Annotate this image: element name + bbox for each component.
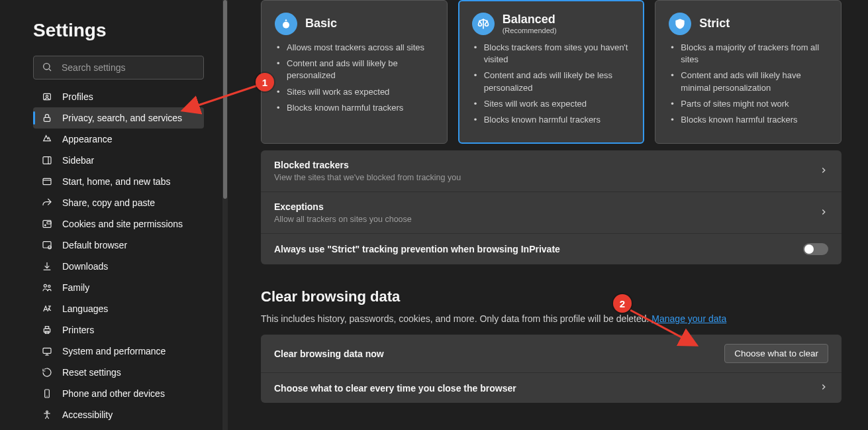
sidebar-scrollbar-thumb[interactable] (223, 0, 227, 199)
basic-icon (275, 13, 297, 35)
sidebar-item-label: Start, home, and new tabs (62, 176, 170, 187)
tracking-rows-group: Blocked trackers View the sites that we'… (261, 150, 842, 264)
row-sub: Allow all trackers on sites you choose (274, 215, 412, 224)
sidebar-item-label: Profiles (62, 91, 93, 102)
sidebar-container: Settings Profiles Privacy, search, and s… (0, 0, 228, 430)
sidebar-item-label: Reset settings (62, 367, 121, 378)
sidebar-item-downloads[interactable]: Downloads (33, 256, 204, 277)
sidebar-item-profiles[interactable]: Profiles (33, 86, 204, 107)
sidebar-item-about[interactable]: About Microsoft Edge (33, 425, 204, 430)
sidebar-item-reset[interactable]: Reset settings (33, 362, 204, 383)
card-bullet: Blocks known harmful trackers (472, 114, 631, 126)
printer-icon (41, 324, 53, 336)
sidebar-item-family[interactable]: Family (33, 277, 204, 298)
sidebar-item-languages[interactable]: Languages (33, 298, 204, 319)
card-bullet: Blocks a majority of trackers from all s… (669, 42, 828, 66)
strict-icon (669, 13, 691, 35)
sidebar-item-default-browser[interactable]: Default browser (33, 235, 204, 256)
card-bullet: Content and ads will likely be less pers… (472, 70, 631, 93)
sidebar-item-label: Family (62, 282, 89, 293)
chevron-right-icon (819, 207, 828, 219)
sidebar-icon (41, 154, 53, 166)
settings-nav: Profiles Privacy, search, and services A… (33, 86, 204, 430)
row-title: Blocked trackers (274, 160, 461, 170)
main-content: Basic Allows most trackers across all si… (228, 0, 868, 430)
tracking-card-basic[interactable]: Basic Allows most trackers across all si… (261, 0, 448, 144)
row-title: Choose what to clear every time you clos… (274, 383, 516, 394)
strict-inprivate-toggle[interactable] (803, 243, 828, 255)
tracking-card-balanced[interactable]: Balanced (Recommended) Blocks trackers f… (458, 0, 645, 144)
tracking-prevention-cards: Basic Allows most trackers across all si… (261, 0, 842, 144)
balanced-icon (472, 13, 495, 35)
search-icon (42, 62, 60, 74)
sidebar-item-label: Appearance (62, 134, 113, 144)
card-bullet: Sites will work as expected (275, 86, 434, 98)
clear-now-row: Clear browsing data now Choose what to c… (261, 335, 842, 373)
card-title: Strict (699, 17, 730, 30)
svg-rect-4 (44, 117, 50, 121)
browser-icon (41, 239, 53, 251)
clear-on-close-row[interactable]: Choose what to clear every time you clos… (261, 373, 842, 403)
choose-what-to-clear-button[interactable]: Choose what to clear (724, 344, 828, 363)
sidebar-item-label: Printers (62, 325, 94, 335)
card-bullet: Parts of sites might not work (669, 98, 828, 110)
family-icon (41, 282, 53, 294)
chevron-right-icon (819, 382, 828, 394)
sidebar-item-label: Phone and other devices (62, 388, 165, 399)
sidebar-item-printers[interactable]: Printers (33, 319, 204, 341)
clear-desc-text: This includes history, passwords, cookie… (261, 313, 651, 324)
sidebar-item-label: Sidebar (62, 155, 94, 166)
accessibility-icon (41, 409, 53, 421)
sidebar-item-label: Accessibility (62, 409, 113, 420)
card-bullet: Blocks trackers from sites you haven't v… (472, 42, 631, 66)
sidebar-item-phone[interactable]: Phone and other devices (33, 383, 204, 404)
svg-point-24 (46, 411, 48, 413)
annotation-badge-1: 1 (256, 73, 274, 91)
sidebar-scrollbar[interactable] (222, 0, 228, 430)
row-title: Clear browsing data now (274, 349, 384, 359)
sidebar-item-accessibility[interactable]: Accessibility (33, 404, 204, 425)
sidebar-item-start[interactable]: Start, home, and new tabs (33, 171, 204, 192)
card-title: Balanced (503, 13, 557, 27)
svg-rect-19 (43, 348, 51, 353)
search-settings-input[interactable] (33, 56, 204, 80)
sidebar-item-share[interactable]: Share, copy and paste (33, 192, 204, 213)
sidebar-item-system[interactable]: System and performance (33, 341, 204, 362)
download-icon (41, 260, 53, 272)
tracking-card-strict[interactable]: Strict Blocks a majority of trackers fro… (655, 0, 842, 144)
sidebar-item-label: Share, copy and paste (62, 197, 155, 208)
card-bullet: Allows most trackers across all sites (275, 42, 434, 54)
annotation-badge-2: 2 (613, 294, 632, 313)
svg-rect-12 (43, 242, 51, 248)
svg-line-1 (49, 69, 51, 71)
appearance-icon (41, 133, 53, 145)
phone-icon (41, 388, 53, 400)
row-sub: View the sites that we've blocked from t… (274, 173, 461, 182)
clear-data-heading: Clear browsing data (261, 288, 842, 305)
clear-data-desc: This includes history, passwords, cookie… (261, 313, 842, 324)
search-input-field[interactable] (60, 62, 195, 74)
sidebar-item-cookies[interactable]: Cookies and site permissions (33, 213, 204, 235)
svg-point-10 (45, 225, 46, 226)
manage-your-data-link[interactable]: Manage your data (651, 313, 726, 324)
lock-icon (41, 112, 53, 124)
svg-rect-2 (44, 93, 51, 99)
svg-point-3 (46, 95, 48, 97)
profile-icon (41, 91, 53, 103)
clear-data-group: Clear browsing data now Choose what to c… (261, 335, 842, 403)
card-bullet: Content and ads will likely have minimal… (669, 70, 828, 93)
sidebar-item-sidebar[interactable]: Sidebar (33, 150, 204, 171)
reset-icon (41, 366, 53, 378)
svg-rect-11 (47, 222, 51, 224)
exceptions-row[interactable]: Exceptions Allow all trackers on sites y… (261, 192, 842, 234)
sidebar-item-label: Default browser (62, 240, 127, 250)
card-bullet: Blocks known harmful trackers (275, 102, 434, 114)
strict-inprivate-row: Always use "Strict" tracking prevention … (261, 234, 842, 264)
blocked-trackers-row[interactable]: Blocked trackers View the sites that we'… (261, 150, 842, 192)
card-bullet: Content and ads will likely be personali… (275, 58, 434, 81)
sidebar-item-privacy[interactable]: Privacy, search, and services (33, 107, 204, 129)
sidebar-item-label: Cookies and site permissions (62, 219, 183, 229)
languages-icon (41, 303, 53, 315)
sidebar-item-appearance[interactable]: Appearance (33, 129, 204, 150)
share-icon (41, 197, 53, 209)
